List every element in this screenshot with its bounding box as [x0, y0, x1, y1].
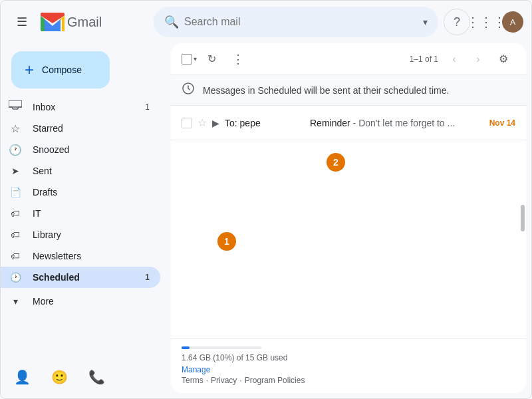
- email-checkbox[interactable]: [182, 118, 192, 128]
- next-page-button[interactable]: ›: [467, 49, 489, 70]
- refresh-icon: ↻: [207, 53, 216, 65]
- email-star[interactable]: ☆: [198, 116, 207, 129]
- chevron-right-icon: ›: [476, 53, 479, 65]
- sidebar-footer: 👤 🙂 📞: [1, 353, 171, 396]
- svg-rect-0: [9, 100, 22, 107]
- starred-label: Starred: [33, 123, 139, 134]
- table-row[interactable]: ☆ ▶ To: pepe Reminder - Don't let me for…: [171, 106, 526, 140]
- sent-icon: ➤: [9, 166, 22, 176]
- scheduled-banner-icon: [182, 82, 195, 98]
- search-dropdown-icon[interactable]: ▾: [423, 17, 428, 27]
- library-icon: 🏷: [9, 229, 22, 240]
- dot-separator-2: ·: [239, 376, 241, 385]
- sidebar-item-drafts[interactable]: 📄 Drafts: [1, 182, 160, 203]
- compose-plus-icon: +: [25, 61, 34, 79]
- more-chevron-icon: ▾: [9, 296, 22, 307]
- sidebar-item-it[interactable]: 🏷 IT: [1, 203, 160, 224]
- program-policies-link[interactable]: Program Policies: [245, 376, 305, 385]
- dot-separator-1: ·: [206, 376, 208, 385]
- search-bar[interactable]: 🔍 ▾: [154, 7, 438, 37]
- drafts-icon: 📄: [9, 187, 22, 198]
- it-label: IT: [33, 208, 150, 219]
- email-snippet: - Don't let me forget to ...: [350, 118, 456, 128]
- refresh-button[interactable]: ↻: [200, 47, 223, 71]
- header: ☰ Gmail 🔍 ▾ ? ⋮⋮⋮: [1, 1, 531, 43]
- header-left: ☰ Gmail: [9, 9, 148, 35]
- scroll-handle[interactable]: [521, 205, 525, 231]
- compose-label: Compose: [42, 65, 82, 75]
- gmail-label: Gmail: [67, 15, 102, 30]
- inbox-label: Inbox: [33, 102, 134, 112]
- prev-page-button[interactable]: ‹: [444, 49, 465, 70]
- emoji-icon-button[interactable]: 🙂: [46, 364, 72, 390]
- footer-links: Manage: [182, 365, 515, 374]
- apps-button[interactable]: ⋮⋮⋮: [473, 9, 499, 35]
- sidebar: + Compose Inbox 1 ☆ Starred 🕐 Snoozed: [1, 43, 171, 398]
- sidebar-item-scheduled[interactable]: 🕐 Scheduled 1: [1, 267, 160, 288]
- app-container: ☰ Gmail 🔍 ▾ ? ⋮⋮⋮: [0, 0, 532, 399]
- email-toolbar: ▾ ↻ ⋮ 1–1 of 1 ‹ › ⚙: [171, 43, 526, 75]
- scheduled-count: 1: [145, 273, 150, 282]
- it-icon: 🏷: [9, 208, 22, 219]
- avatar-initial: A: [510, 17, 516, 27]
- emoji-icon: 🙂: [51, 369, 68, 385]
- email-subject: Reminder: [310, 118, 350, 128]
- terms-link[interactable]: Terms: [182, 376, 203, 385]
- footer-legal-links: Terms · Privacy · Program Policies: [182, 376, 515, 385]
- sidebar-item-starred[interactable]: ☆ Starred: [1, 118, 160, 139]
- email-important[interactable]: ▶: [212, 118, 219, 128]
- drafts-label: Drafts: [33, 187, 150, 198]
- storage-bar-container: [182, 346, 261, 349]
- starred-icon: ☆: [9, 122, 22, 135]
- email-list: ☆ ▶ To: pepe Reminder - Don't let me for…: [171, 106, 526, 338]
- info-banner: Messages in Scheduled will be sent at th…: [171, 75, 526, 106]
- more-item[interactable]: ▾ More: [1, 291, 160, 312]
- newsletters-icon: 🏷: [9, 251, 22, 261]
- apps-icon: ⋮⋮⋮: [466, 14, 506, 30]
- sent-label: Sent: [33, 166, 150, 176]
- avatar[interactable]: A: [502, 11, 523, 33]
- sidebar-item-sent[interactable]: ➤ Sent: [1, 160, 160, 182]
- gear-icon: ⚙: [499, 53, 508, 65]
- checkbox[interactable]: [182, 54, 192, 65]
- info-banner-text: Messages in Scheduled will be sent at th…: [203, 85, 449, 96]
- chevron-left-icon: ‹: [452, 53, 456, 65]
- pagination-text: 1–1 of 1: [410, 55, 438, 64]
- more-label: More: [33, 296, 150, 307]
- snoozed-label: Snoozed: [33, 144, 150, 155]
- select-dropdown-icon[interactable]: ▾: [194, 55, 197, 63]
- search-input[interactable]: [184, 16, 418, 28]
- sidebar-item-inbox[interactable]: Inbox 1: [1, 96, 160, 118]
- phone-icon: 📞: [88, 369, 105, 385]
- annotation-bubble-2: 2: [327, 153, 345, 172]
- scheduled-icon: 🕐: [9, 272, 22, 283]
- select-checkbox[interactable]: ▾: [182, 54, 197, 65]
- phone-icon-button[interactable]: 📞: [83, 364, 110, 390]
- person-icon: 👤: [14, 369, 31, 385]
- sidebar-item-library[interactable]: 🏷 Library: [1, 224, 160, 245]
- contacts-icon-button[interactable]: 👤: [9, 364, 35, 390]
- scheduled-label: Scheduled: [33, 272, 134, 283]
- help-icon: ?: [454, 15, 460, 29]
- search-icon: 🔍: [164, 15, 179, 29]
- compose-button[interactable]: + Compose: [11, 51, 110, 88]
- footer-manage-link[interactable]: Manage: [182, 365, 210, 374]
- inbox-icon: [9, 100, 22, 114]
- inbox-count: 1: [145, 102, 150, 112]
- privacy-link[interactable]: Privacy: [211, 376, 237, 385]
- gmail-logo: Gmail: [41, 13, 102, 31]
- content-area: ▾ ↻ ⋮ 1–1 of 1 ‹ › ⚙: [171, 43, 526, 393]
- email-sender: To: pepe: [225, 118, 305, 128]
- library-label: Library: [33, 229, 150, 240]
- menu-icon[interactable]: ☰: [9, 9, 35, 35]
- sidebar-item-newsletters[interactable]: 🏷 Newsletters: [1, 245, 160, 267]
- more-toolbar-button[interactable]: ⋮: [226, 47, 250, 71]
- annotation-bubble-1: 1: [217, 232, 236, 251]
- storage-bar-fill: [182, 346, 190, 349]
- footer-storage-text: 1.64 GB (10%) of 15 GB used: [182, 353, 515, 362]
- sidebar-item-snoozed[interactable]: 🕐 Snoozed: [1, 139, 160, 160]
- snoozed-icon: 🕐: [9, 144, 22, 156]
- hamburger-icon: ☰: [17, 15, 27, 29]
- settings-button[interactable]: ⚙: [491, 47, 515, 71]
- header-actions: ? ⋮⋮⋮ A: [444, 9, 523, 35]
